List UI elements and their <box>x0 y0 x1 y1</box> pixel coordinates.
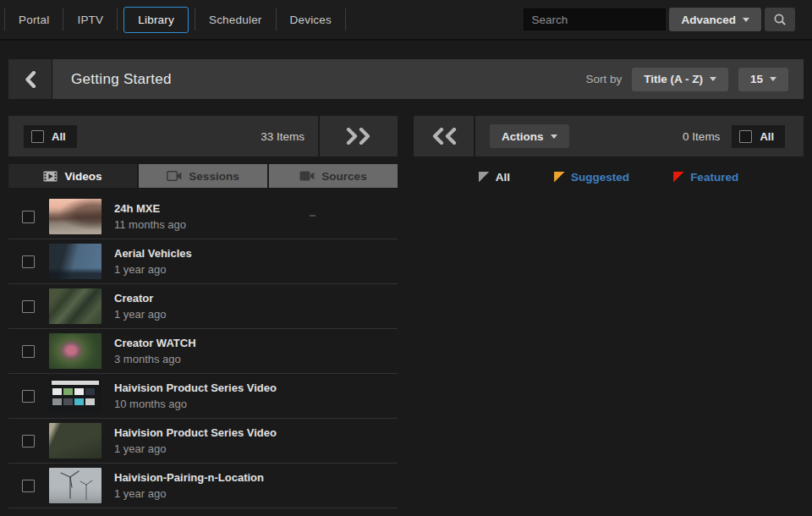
list-item[interactable]: Haivision-Pairing-n-Location 1 year ago <box>8 464 398 508</box>
advanced-search-button[interactable]: Advanced <box>669 8 761 31</box>
item-time: 3 months ago <box>114 353 196 365</box>
actions-label: Actions <box>502 130 544 143</box>
media-type-tabs: Videos Sessions Sources <box>8 164 398 188</box>
page-size-dropdown[interactable]: 15 <box>738 68 788 91</box>
sort-dropdown[interactable]: Title (A - Z) <box>632 68 728 91</box>
sort-value: Title (A - Z) <box>644 73 703 85</box>
item-time: 10 months ago <box>114 398 277 410</box>
item-checkbox[interactable] <box>22 480 35 492</box>
collapse-panel-button[interactable] <box>414 116 474 156</box>
nav-tab-devices[interactable]: Devices <box>277 7 344 33</box>
cursor-artifact <box>310 215 315 217</box>
video-thumbnail[interactable] <box>49 333 102 369</box>
select-all-checkbox[interactable] <box>739 130 752 143</box>
item-checkbox[interactable] <box>22 255 35 268</box>
back-button[interactable] <box>8 59 52 99</box>
chevron-down-icon <box>710 77 716 81</box>
sort-by-label: Sort by <box>585 73 622 85</box>
library-list-panel: All 33 Items Videos <box>8 116 398 516</box>
list-item[interactable]: Haivision Product Series Video 10 months… <box>8 374 398 419</box>
selection-panel: Actions 0 Items All All Suggested Featur… <box>414 116 804 516</box>
list-item[interactable]: 24h MXE 11 months ago <box>8 195 398 239</box>
nav-divider <box>345 8 346 30</box>
item-title: Aerial Vehicles <box>114 247 192 260</box>
search-input[interactable] <box>524 8 666 30</box>
wind-turbines-thumbnail-art <box>49 468 102 503</box>
list-item[interactable]: Haivision Product Series Video 1 year ag… <box>8 419 398 464</box>
video-thumbnail[interactable] <box>49 288 102 324</box>
item-meta: 24h MXE 11 months ago <box>114 202 186 231</box>
tab-sources[interactable]: Sources <box>269 164 398 188</box>
filter-all[interactable]: All <box>479 171 510 184</box>
nav-divider <box>4 8 5 30</box>
list-item[interactable]: Aerial Vehicles 1 year ago <box>8 239 398 284</box>
select-all-checkbox[interactable] <box>31 130 44 143</box>
item-checkbox[interactable] <box>22 390 35 403</box>
flag-filters: All Suggested Featured <box>414 166 804 188</box>
item-meta: Aerial Vehicles 1 year ago <box>114 247 192 276</box>
select-all-right[interactable]: All <box>732 125 785 148</box>
advanced-search-label: Advanced <box>681 14 736 26</box>
app-window: Portal IPTV Library Scheduler Devices Ad… <box>0 0 812 516</box>
featured-flag-icon <box>673 172 684 183</box>
item-time: 1 year ago <box>114 442 277 455</box>
video-camera-outline-icon <box>167 171 182 181</box>
nav-tab-library[interactable]: Library <box>123 7 189 33</box>
page-title: Getting Started <box>71 71 172 88</box>
video-list: 24h MXE 11 months ago Aerial Vehicles 1 … <box>8 195 398 508</box>
select-all-label: All <box>760 130 774 143</box>
video-thumbnail[interactable] <box>49 199 102 234</box>
item-title: Creator WATCH <box>114 337 196 349</box>
right-toolbar: Actions 0 Items All <box>414 116 804 156</box>
nav-divider <box>63 8 63 30</box>
portal-ui-thumbnail-art <box>49 378 102 414</box>
expand-panel-button[interactable] <box>320 116 398 156</box>
filter-suggested[interactable]: Suggested <box>554 171 629 184</box>
select-all-left[interactable]: All <box>24 125 77 148</box>
item-checkbox[interactable] <box>22 435 35 447</box>
double-chevron-left-icon <box>431 128 458 145</box>
page-size-value: 15 <box>750 73 763 85</box>
item-meta: Creator 1 year ago <box>114 292 166 321</box>
nav-divider <box>276 8 277 30</box>
chevron-left-icon <box>25 71 36 88</box>
video-thumbnail[interactable] <box>49 244 102 279</box>
item-time: 1 year ago <box>114 487 264 500</box>
sort-controls: Sort by Title (A - Z) 15 <box>585 68 804 91</box>
item-meta: Haivision Product Series Video 10 months… <box>114 382 277 410</box>
item-meta: Haivision-Pairing-n-Location 1 year ago <box>114 471 264 500</box>
actions-dropdown[interactable]: Actions <box>490 124 569 148</box>
nav-divider <box>117 8 118 30</box>
item-title: Creator <box>114 292 166 305</box>
item-time: 11 months ago <box>114 218 186 231</box>
item-checkbox[interactable] <box>22 300 35 313</box>
item-checkbox[interactable] <box>22 345 35 358</box>
double-chevron-right-icon <box>345 128 372 145</box>
video-thumbnail[interactable] <box>49 378 102 414</box>
film-play-icon <box>43 171 58 182</box>
item-meta: Creator WATCH 3 months ago <box>114 337 196 365</box>
filter-all-label: All <box>496 171 510 184</box>
video-thumbnail[interactable] <box>49 423 102 458</box>
tab-videos[interactable]: Videos <box>8 164 137 188</box>
select-all-label: All <box>52 130 66 143</box>
filter-featured[interactable]: Featured <box>673 171 738 184</box>
corner-flag-icon <box>479 172 490 183</box>
page-header: Getting Started Sort by Title (A - Z) 15 <box>8 59 804 99</box>
list-item[interactable]: Creator 1 year ago <box>8 284 398 329</box>
chevron-down-icon <box>743 18 749 22</box>
video-thumbnail[interactable] <box>49 468 102 503</box>
chevron-down-icon <box>770 77 776 81</box>
selected-items-count: 0 Items <box>683 130 720 143</box>
search-button[interactable] <box>765 8 795 31</box>
tab-sessions[interactable]: Sessions <box>139 164 267 188</box>
nav-tab-scheduler[interactable]: Scheduler <box>196 7 275 33</box>
items-count: 33 Items <box>261 130 304 143</box>
item-checkbox[interactable] <box>22 211 35 223</box>
item-title: 24h MXE <box>114 202 186 215</box>
nav-tab-iptv[interactable]: IPTV <box>64 7 116 33</box>
nav-tab-portal[interactable]: Portal <box>6 7 62 33</box>
list-item[interactable]: Creator WATCH 3 months ago <box>8 329 398 374</box>
left-toolbar: All 33 Items <box>8 116 398 156</box>
nav-search-area: Advanced <box>524 8 812 31</box>
